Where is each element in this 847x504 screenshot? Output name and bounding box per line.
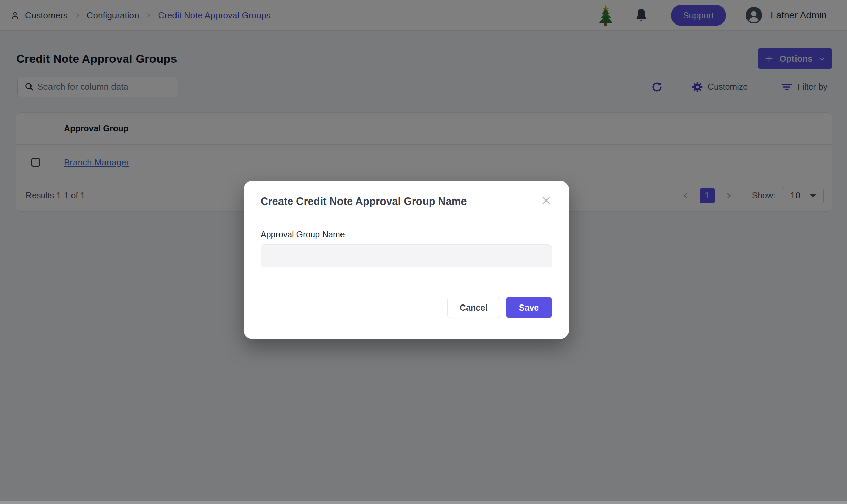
modal-header: Create Credit Note Approval Group Name: [260, 181, 552, 208]
modal-title: Create Credit Note Approval Group Name: [260, 195, 467, 208]
modal-actions: Cancel Save: [260, 297, 552, 318]
close-icon: [540, 195, 552, 206]
app-root: Customers Configuration Credit Note Appr…: [0, 0, 847, 504]
create-approval-group-modal: Create Credit Note Approval Group Name A…: [244, 181, 569, 339]
horizontal-scrollbar[interactable]: [0, 501, 847, 504]
modal-divider: [260, 217, 552, 217]
close-button[interactable]: [540, 195, 552, 206]
approval-group-name-label: Approval Group Name: [260, 230, 552, 239]
cancel-button[interactable]: Cancel: [447, 297, 500, 318]
save-button[interactable]: Save: [506, 297, 552, 318]
approval-group-name-input[interactable]: [260, 244, 552, 267]
